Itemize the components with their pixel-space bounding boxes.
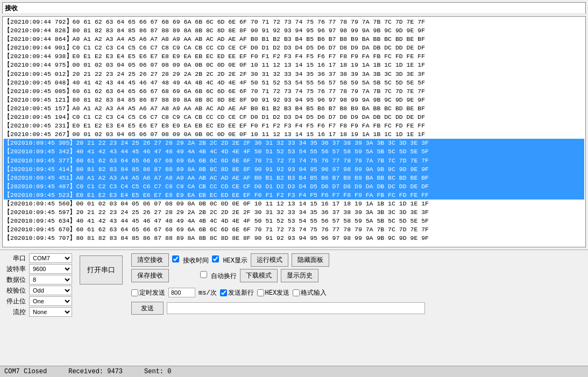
status-bar: COM7 Closed Received: 9473 Sent: 0 xyxy=(0,366,588,377)
log-line: 【202010:09:45 707】80 81 82 83 84 85 86 8… xyxy=(4,234,584,243)
log-line: 【20210:09:45 085】60 61 62 63 64 65 66 67… xyxy=(4,87,584,96)
log-line: 【202010:09:45 670】60 61 62 63 64 65 66 6… xyxy=(4,225,584,234)
log-line: 【202010:09:45 451】A0 A1 A2 A3 A4 A5 A6 A… xyxy=(4,174,584,182)
hex-send-checkbox[interactable] xyxy=(257,289,264,296)
sent-count: 0 xyxy=(167,368,171,375)
port-status: COM7 Closed xyxy=(4,368,47,375)
format-input-checkbox-label: 格式输入 xyxy=(293,288,327,297)
hex-display-label: HEX显示 xyxy=(223,257,247,265)
log-line: 【20210:09:44 938】E0 E1 E2 E3 E4 E5 E6 E7… xyxy=(4,52,584,61)
send-newline-checkbox[interactable] xyxy=(220,289,227,296)
clear-receive-button[interactable]: 清空接收 xyxy=(131,253,169,267)
send-button[interactable]: 发送 xyxy=(131,302,164,315)
parity-select[interactable]: Odd xyxy=(29,286,72,295)
save-receive-button[interactable]: 保存接收 xyxy=(131,269,169,282)
port-select[interactable]: COM7 xyxy=(29,253,72,263)
log-line: 【20210:09:45 157】A0 A1 A2 A3 A4 A5 A6 A7… xyxy=(4,104,584,113)
log-line: 【202010:09:45 305】20 21 22 23 24 25 26 2… xyxy=(4,139,584,147)
flow-label: 流控 xyxy=(4,308,27,317)
baud-label: 波特率 xyxy=(4,265,27,274)
download-mode-button[interactable]: 下载模式 xyxy=(240,269,278,282)
baud-select[interactable]: 9600 xyxy=(29,264,72,274)
timed-send-label: 定时发送 xyxy=(139,288,165,297)
data-bits-label: 数据位 xyxy=(4,275,27,284)
log-line: 【202010:09:45 560】00 01 02 03 04 05 06 0… xyxy=(4,200,584,208)
ms-unit-label: ms/次 xyxy=(199,288,217,297)
auto-execute-label: 自动换行 xyxy=(211,273,237,280)
auto-execute-checkbox[interactable] xyxy=(200,271,207,278)
log-line: 【20210:09:45 012】20 21 22 23 24 25 26 27… xyxy=(4,70,584,79)
open-port-button[interactable]: 打开串口 xyxy=(80,255,123,284)
hex-send-checkbox-label: HEX发送 xyxy=(257,288,290,297)
port-label: 串口 xyxy=(4,254,27,263)
send-input[interactable] xyxy=(167,302,425,314)
log-line: 【202010:09:45 377】60 61 62 63 64 65 66 6… xyxy=(4,157,584,165)
log-line: 【20210:09:44 792】60 61 62 63 64 65 66 67… xyxy=(4,18,584,26)
recv-time-label: 接收时间 xyxy=(183,257,209,265)
parity-label: 校验位 xyxy=(4,286,27,295)
log-line: 【20210:09:44 975】00 01 02 03 04 05 06 07… xyxy=(4,61,584,69)
receive-header: 接收 xyxy=(2,2,586,14)
timed-send-checkbox[interactable] xyxy=(131,289,138,296)
log-line: 【202010:09:45 342】40 41 42 43 44 45 46 4… xyxy=(4,147,584,156)
header-title: 接收 xyxy=(5,4,18,13)
log-line: 【202010:09:45 597】20 21 22 23 24 25 26 2… xyxy=(4,208,584,217)
log-line: 【202010:09:45 634】40 41 42 43 44 45 46 4… xyxy=(4,217,584,225)
hex-send-label: HEX发送 xyxy=(265,288,290,297)
port-buttons: 打开串口 xyxy=(80,255,123,284)
receive-area[interactable]: 【20210:09:44 792】60 61 62 63 64 65 66 67… xyxy=(2,16,586,247)
show-history-button[interactable]: 显示历史 xyxy=(281,269,318,282)
log-line: 【202010:09:45 414】80 81 82 83 84 85 86 8… xyxy=(4,165,584,174)
hex-display-checkbox-label: HEX显示 xyxy=(212,255,247,265)
send-row: 定时发送 ms/次 发送新行 HEX发送 格式输入 xyxy=(131,288,425,297)
log-line: 【20210:09:44 864】A0 A1 A2 A3 A4 A5 A6 A7… xyxy=(4,35,584,44)
flow-select[interactable]: None xyxy=(29,307,72,317)
received-label: Received: xyxy=(68,368,103,375)
timed-send-checkbox-label: 定时发送 xyxy=(131,288,165,297)
log-line: 【202010:09:45 487】C0 C1 C2 C3 C4 C5 C6 C… xyxy=(4,182,584,191)
bottom-panel: 串口 COM7 波特率 9600 数据位 8 校验位 Odd 停止位 One 流… xyxy=(0,250,588,320)
sent-status: Sent: 0 xyxy=(144,368,171,375)
hide-panel-button[interactable]: 隐藏面板 xyxy=(292,253,329,267)
action-area: 清空接收 接收时间 HEX显示 运行模式 隐藏面板 保存接收 自动换行 下 xyxy=(131,253,425,315)
log-line: 【20210:09:45 121】80 81 82 83 84 85 86 87… xyxy=(4,96,584,104)
log-line: 【20210:09:45 267】00 01 02 03 04 05 06 07… xyxy=(4,130,584,139)
log-line: 【20210:09:45 048】40 41 42 43 44 45 46 47… xyxy=(4,79,584,87)
log-line: 【20210:09:45 231】E0 E1 E2 E3 E4 E5 E6 E7… xyxy=(4,122,584,130)
log-line: 【20210:09:45 194】C0 C1 C2 C3 C4 C5 C6 C7… xyxy=(4,113,584,122)
ms-input[interactable] xyxy=(168,288,195,297)
received-status: Received: 9473 xyxy=(68,368,123,375)
send-newline-label: 发送新行 xyxy=(228,288,254,297)
sent-label: Sent: xyxy=(144,368,164,375)
log-line: 【20210:09:44 828】80 81 82 83 84 85 86 87… xyxy=(4,26,584,35)
received-count: 9473 xyxy=(107,368,123,375)
run-mode-button[interactable]: 运行模式 xyxy=(251,253,288,267)
format-input-label: 格式输入 xyxy=(301,288,327,297)
stop-bits-label: 停止位 xyxy=(4,297,27,306)
stop-bits-select[interactable]: One xyxy=(29,296,72,306)
send-newline-checkbox-label: 发送新行 xyxy=(220,288,254,297)
data-bits-select[interactable]: 8 xyxy=(29,275,72,284)
format-input-checkbox[interactable] xyxy=(293,289,300,296)
hex-display-checkbox[interactable] xyxy=(212,255,219,262)
recv-time-checkbox[interactable] xyxy=(172,255,179,262)
serial-settings: 串口 COM7 波特率 9600 数据位 8 校验位 Odd 停止位 One 流… xyxy=(4,253,74,317)
log-line: 【202010:09:45 523】E0 E1 E2 E3 E4 E5 E6 E… xyxy=(4,191,584,200)
log-line: 【20210:09:44 901】C0 C1 C2 C3 C4 C5 C6 C7… xyxy=(4,44,584,52)
auto-execute-checkbox-label: 自动换行 xyxy=(200,271,237,281)
recv-time-checkbox-label: 接收时间 xyxy=(172,255,209,265)
